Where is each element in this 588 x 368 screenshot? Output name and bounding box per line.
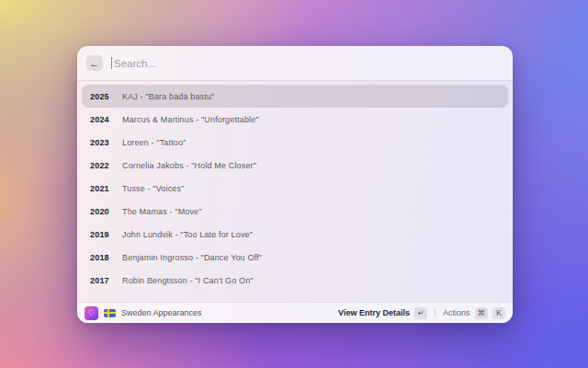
entry-title: Tusse - "Voices" bbox=[122, 184, 184, 193]
entry-title: Cornelia Jakobs - "Hold Me Closer" bbox=[122, 161, 256, 170]
entry-year: 2021 bbox=[90, 184, 113, 193]
list-item[interactable]: 2024 Marcus & Martinus - "Unforgettable" bbox=[82, 108, 508, 131]
actions-button[interactable]: Actions ⌘ K bbox=[443, 307, 505, 319]
entry-year: 2017 bbox=[90, 276, 113, 285]
footer-separator bbox=[435, 308, 435, 317]
view-entry-details-button[interactable]: View Entry Details ↵ bbox=[338, 307, 427, 319]
search-input[interactable] bbox=[112, 54, 503, 73]
view-entry-details-label: View Entry Details bbox=[338, 308, 410, 317]
status-bar-right: View Entry Details ↵ Actions ⌘ K bbox=[338, 307, 505, 319]
entry-title: John Lundvik - "Too Late for Love" bbox=[122, 230, 253, 239]
status-bar-left: ♡ Sweden Appearances bbox=[85, 306, 338, 320]
entry-title: KAJ - "Bara bada bastu" bbox=[122, 92, 214, 101]
search-bar: ← bbox=[77, 46, 513, 81]
eurovision-heart-icon: ♡ bbox=[85, 306, 98, 320]
entry-year: 2025 bbox=[90, 92, 113, 101]
entry-year: 2023 bbox=[90, 138, 113, 147]
entry-title: The Mamas - "Move" bbox=[122, 207, 202, 216]
list-item[interactable]: 2025 KAJ - "Bara bada bastu" bbox=[82, 85, 508, 108]
list-item[interactable]: 2018 Benjamin Ingrosso - "Dance You Off" bbox=[82, 246, 508, 269]
sweden-flag-icon bbox=[104, 309, 116, 317]
list-item[interactable]: 2023 Loreen - "Tattoo" bbox=[82, 131, 508, 154]
entry-title: Benjamin Ingrosso - "Dance You Off" bbox=[122, 253, 262, 262]
list-item[interactable]: 2022 Cornelia Jakobs - "Hold Me Closer" bbox=[82, 154, 508, 177]
entry-year: 2020 bbox=[90, 207, 113, 216]
entry-year: 2022 bbox=[90, 161, 113, 170]
entry-title: Loreen - "Tattoo" bbox=[122, 138, 186, 147]
list-item[interactable]: 2020 The Mamas - "Move" bbox=[82, 200, 508, 223]
entry-year: 2024 bbox=[90, 115, 113, 124]
results-list: 2025 KAJ - "Bara bada bastu" 2024 Marcus… bbox=[77, 81, 513, 302]
entry-title: Marcus & Martinus - "Unforgettable" bbox=[122, 115, 259, 124]
command-palette-window: ← 2025 KAJ - "Bara bada bastu" 2024 Marc… bbox=[77, 46, 513, 323]
entry-year: 2018 bbox=[90, 253, 113, 262]
list-item[interactable]: 2019 John Lundvik - "Too Late for Love" bbox=[82, 223, 508, 246]
status-bar: ♡ Sweden Appearances View Entry Details … bbox=[77, 302, 513, 323]
k-key-badge: K bbox=[492, 307, 505, 319]
back-button[interactable]: ← bbox=[86, 55, 103, 71]
entry-year: 2019 bbox=[90, 230, 113, 239]
list-item[interactable]: 2017 Robin Bengtsson - "I Can't Go On" bbox=[82, 269, 508, 292]
command-key-badge: ⌘ bbox=[475, 307, 489, 319]
list-item[interactable]: 2021 Tusse - "Voices" bbox=[82, 177, 508, 200]
back-arrow-icon: ← bbox=[90, 58, 100, 69]
source-label: Sweden Appearances bbox=[121, 308, 202, 317]
entry-title: Robin Bengtsson - "I Can't Go On" bbox=[122, 276, 254, 285]
actions-label: Actions bbox=[443, 308, 470, 317]
return-key-badge: ↵ bbox=[414, 307, 427, 319]
